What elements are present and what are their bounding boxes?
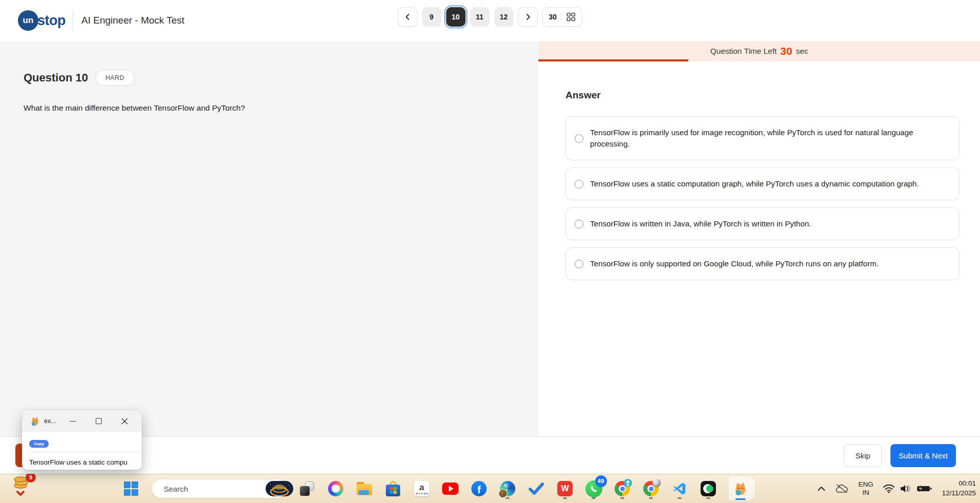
page-button-9[interactable]: 9 — [422, 7, 441, 27]
microsoft-store-button[interactable] — [385, 477, 401, 500]
tray-expand-button[interactable] — [817, 486, 825, 491]
task-view-button[interactable] — [299, 477, 315, 500]
maximize-icon[interactable] — [96, 418, 102, 424]
amazon-icon: a — [414, 481, 429, 496]
minimize-icon[interactable] — [70, 421, 76, 422]
facebook-icon: f — [471, 481, 487, 496]
volume-icon — [900, 484, 912, 493]
search-input[interactable] — [164, 485, 266, 493]
option-text: TensorFlow uses a static computation gra… — [590, 178, 919, 190]
prev-question-button[interactable] — [398, 7, 417, 27]
page-button-10-active[interactable]: 10 — [446, 7, 465, 27]
question-text: What is the main difference between Tens… — [24, 103, 513, 113]
answer-option-2[interactable]: TensorFlow uses a static computation gra… — [565, 167, 960, 200]
clock-date[interactable]: 00:0112/11/2025 — [942, 479, 976, 498]
page-button-11[interactable]: 11 — [470, 7, 489, 27]
next-question-button[interactable] — [518, 7, 537, 27]
taskbar-search[interactable] — [151, 479, 287, 498]
total-questions: 30 — [549, 13, 557, 21]
timer-label: Question Time Left — [710, 47, 777, 56]
popup-titlebar[interactable]: ex... — [22, 410, 142, 432]
radio-option-1[interactable] — [575, 134, 583, 143]
chevron-up-icon — [817, 486, 825, 491]
file-explorer-button[interactable] — [356, 477, 373, 500]
top-bar: un stop AI Engineer - Mock Test 9 10 11 … — [0, 0, 980, 41]
coins-widget[interactable]: 9 — [10, 472, 34, 501]
unstop-logo-circle: un — [18, 10, 38, 31]
difficulty-badge: HARD — [95, 70, 135, 86]
unstop-logo-text: stop — [37, 13, 66, 29]
onedrive-status-button[interactable] — [835, 484, 848, 494]
unstop-logo[interactable]: un stop — [18, 10, 66, 31]
pill-separator — [561, 12, 562, 22]
edge-button[interactable] — [499, 477, 516, 500]
popup-answer-text: TensorFlow uses a static compu — [29, 452, 142, 466]
facebook-button[interactable]: f — [471, 477, 487, 500]
question-timer: Question Time Left 30 sec — [538, 41, 980, 61]
radio-option-3[interactable] — [575, 220, 583, 228]
radio-option-4[interactable] — [575, 260, 583, 268]
start-button[interactable] — [123, 477, 139, 500]
chrome-profile2-button[interactable] — [643, 477, 659, 500]
copilot-button[interactable] — [328, 477, 344, 500]
todo-check-icon — [529, 482, 544, 495]
cat-app-active-button[interactable] — [729, 477, 752, 500]
skip-button[interactable]: Skip — [844, 444, 882, 467]
chrome-icon — [643, 481, 659, 496]
test-title: AI Engineer - Mock Test — [81, 15, 184, 26]
youtube-button[interactable] — [442, 477, 459, 500]
taskbar-center: a f W 49 — [123, 474, 752, 503]
region-code: IN — [862, 489, 869, 496]
answer-option-4[interactable]: TensorFlow is only supported on Google C… — [565, 247, 960, 280]
windows-icon — [124, 481, 138, 496]
grid-icon — [567, 12, 576, 22]
submit-next-button[interactable]: Submit & Next — [890, 444, 956, 467]
timer-progress-fill — [538, 59, 688, 61]
todo-button[interactable] — [528, 477, 545, 500]
amazon-button[interactable]: a — [413, 477, 430, 500]
chrome-profile1-button[interactable] — [614, 477, 630, 500]
store-icon — [385, 481, 401, 496]
system-icons-cluster[interactable] — [883, 484, 932, 493]
cat-app-icon — [30, 416, 40, 426]
task-view-icon — [300, 481, 314, 496]
answer-option-3[interactable]: TensorFlow is written in Java, while PyT… — [565, 207, 960, 240]
language-indicator[interactable]: ENGIN — [858, 480, 873, 496]
brand-area: un stop AI Engineer - Mock Test — [18, 10, 184, 31]
popup-body: Copy TensorFlow uses a static compu — [22, 432, 142, 466]
copy-button[interactable]: Copy — [29, 440, 49, 448]
action-bar: Skip Submit & Next — [0, 436, 980, 474]
wps-office-button[interactable]: W — [557, 477, 573, 500]
bing-daily-image[interactable] — [266, 481, 293, 496]
question-palette-button[interactable]: 30 — [542, 7, 582, 27]
wps-icon: W — [557, 481, 573, 496]
close-icon[interactable] — [121, 418, 128, 425]
option-text: TensorFlow is only supported on Google C… — [590, 258, 879, 269]
dark-app-button[interactable] — [700, 477, 716, 500]
tray-date: 12/11/2025 — [942, 489, 976, 497]
popup-title: ex... — [44, 417, 56, 425]
timer-seconds: 30 — [780, 45, 792, 57]
vscode-button[interactable] — [671, 477, 688, 500]
question-panel: Question 10 HARD What is the main differ… — [0, 41, 538, 436]
option-text: TensorFlow is primarily used for image r… — [590, 127, 948, 150]
taskbar: 9 a — [0, 474, 980, 503]
language-code: ENG — [858, 480, 873, 488]
cat-app-icon — [733, 481, 748, 496]
folder-icon — [357, 482, 372, 495]
answer-option-1[interactable]: TensorFlow is primarily used for image r… — [565, 116, 960, 160]
edge-profile-avatar — [499, 490, 507, 497]
battery-charging-icon — [917, 484, 932, 493]
whatsapp-button[interactable]: 49 — [585, 477, 602, 500]
chrome-icon — [615, 481, 630, 496]
radio-option-2[interactable] — [575, 180, 583, 188]
coins-badge: 9 — [26, 472, 36, 483]
edge-icon — [500, 481, 515, 496]
answer-heading: Answer — [565, 90, 980, 101]
chevron-left-icon — [404, 13, 411, 20]
question-title: Question 10 — [24, 71, 88, 85]
option-text: TensorFlow is written in Java, while PyT… — [590, 218, 811, 229]
dark-app-icon — [701, 481, 716, 496]
question-pagination: 9 10 11 12 30 — [398, 7, 582, 27]
page-button-12[interactable]: 12 — [494, 7, 513, 27]
